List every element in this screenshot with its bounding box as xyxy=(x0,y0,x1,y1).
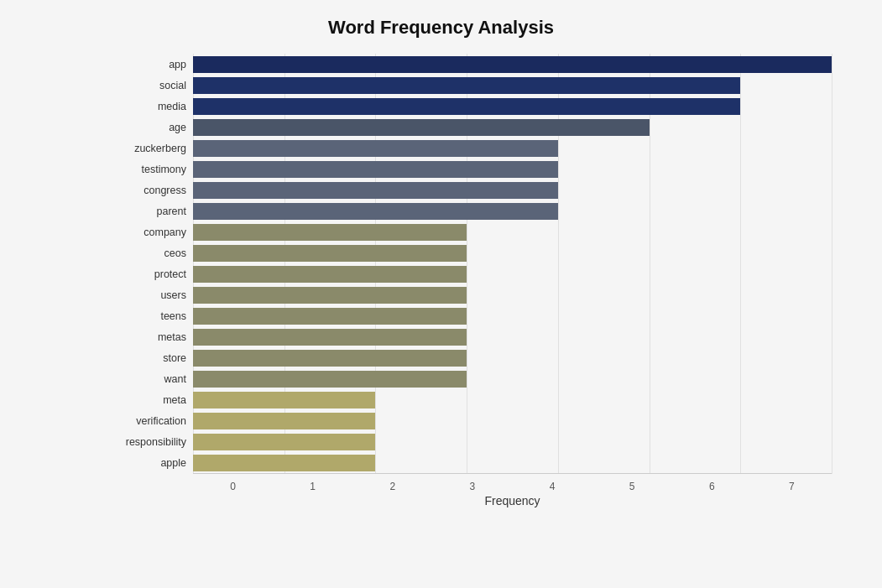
bar-row: teens xyxy=(101,306,832,327)
bar-label: company xyxy=(101,226,193,238)
bar-fill xyxy=(193,371,467,388)
bar-row: want xyxy=(101,369,832,390)
chart-title: Word Frequency Analysis xyxy=(50,17,832,39)
bar-label: parent xyxy=(101,206,193,217)
x-tick: 0 xyxy=(193,481,273,492)
x-tick: 6 xyxy=(672,481,752,492)
bar-label: media xyxy=(101,101,193,112)
x-tick: 7 xyxy=(752,481,832,492)
x-tick: 5 xyxy=(592,481,672,492)
bar-label: verification xyxy=(101,415,193,427)
bar-label: social xyxy=(101,80,193,91)
bar-row: media xyxy=(101,96,832,117)
bar-row: users xyxy=(101,285,832,306)
bar-label: metas xyxy=(101,331,193,343)
x-tick: 1 xyxy=(273,481,352,492)
bar-label: ceos xyxy=(101,247,193,259)
x-tick: 3 xyxy=(432,481,512,492)
bar-row: apple xyxy=(101,453,832,474)
bar-label: responsibility xyxy=(101,436,193,448)
x-tick: 4 xyxy=(513,481,592,492)
bar-label: meta xyxy=(101,394,193,406)
bar-row: verification xyxy=(101,411,832,432)
bar-fill xyxy=(193,140,558,157)
bar-label: teens xyxy=(101,310,193,322)
bar-row: zuckerberg xyxy=(101,138,832,159)
bar-label: want xyxy=(101,373,193,385)
bar-fill xyxy=(193,350,467,367)
bar-row: responsibility xyxy=(101,432,832,453)
bar-row: metas xyxy=(101,327,832,348)
bar-fill xyxy=(193,455,375,471)
bar-fill xyxy=(193,224,467,241)
bar-fill xyxy=(193,308,467,325)
bar-label: congress xyxy=(101,185,193,196)
bar-fill xyxy=(193,413,375,429)
bar-row: ceos xyxy=(101,242,832,263)
bar-fill xyxy=(193,161,558,178)
bar-row: testimony xyxy=(101,159,832,180)
chart-container: Word Frequency Analysis appsocialmediaag… xyxy=(0,0,882,588)
bar-fill xyxy=(193,182,558,199)
bar-label: zuckerberg xyxy=(101,143,193,154)
bar-fill xyxy=(193,98,740,115)
bar-row: store xyxy=(101,348,832,369)
bar-fill xyxy=(193,119,650,136)
bar-label: users xyxy=(101,289,193,301)
bar-fill xyxy=(193,287,467,304)
bar-row: protect xyxy=(101,263,832,284)
bar-row: congress xyxy=(101,180,832,200)
bar-row: parent xyxy=(101,200,832,221)
bar-label: apple xyxy=(101,457,193,469)
bar-label: protect xyxy=(101,268,193,280)
x-tick: 2 xyxy=(352,481,432,492)
bar-fill xyxy=(193,329,467,346)
bar-fill xyxy=(193,434,375,450)
bar-label: testimony xyxy=(101,164,193,175)
bar-label: store xyxy=(101,352,193,364)
bar-label: app xyxy=(101,59,193,70)
bar-row: social xyxy=(101,75,832,96)
bar-row: app xyxy=(101,54,832,75)
bar-fill xyxy=(193,77,740,94)
bar-row: age xyxy=(101,117,832,138)
bar-row: meta xyxy=(101,390,832,411)
bar-fill xyxy=(193,266,467,283)
bar-fill xyxy=(193,203,558,220)
bar-label: age xyxy=(101,122,193,133)
bar-fill xyxy=(193,392,375,408)
bar-row: company xyxy=(101,221,832,242)
bar-fill xyxy=(193,56,832,73)
bar-fill xyxy=(193,245,467,262)
x-axis-label: Frequency xyxy=(193,494,832,507)
